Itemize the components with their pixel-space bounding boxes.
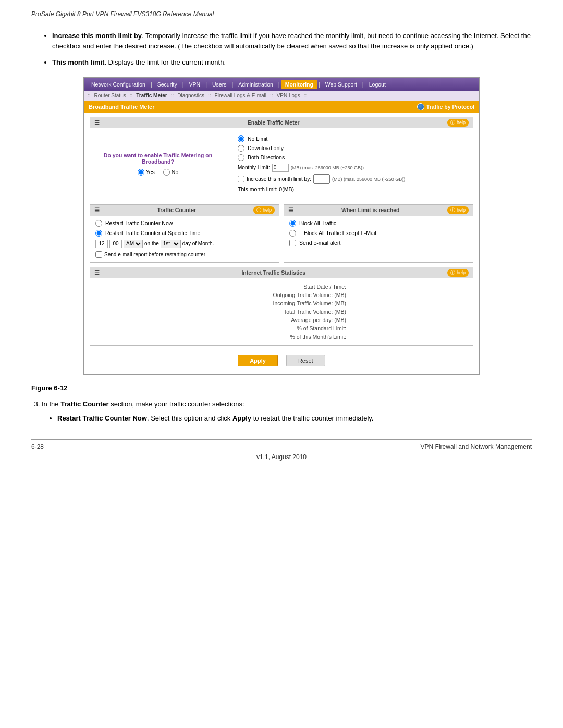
figure-label-text: Figure 6-12: [31, 384, 67, 392]
traffic-counter-header: ☰ Traffic Counter ⓘ help: [90, 205, 279, 216]
nav-monitoring[interactable]: Monitoring: [282, 80, 317, 89]
step3-rest: section, make your traffic counter selec…: [109, 400, 244, 408]
no-text: No: [172, 169, 178, 175]
traffic-counter-panel: ☰ Traffic Counter ⓘ help Restart Traffic…: [90, 204, 279, 263]
nav-administration[interactable]: Administration: [235, 80, 277, 89]
nav-web-support[interactable]: Web Support: [322, 80, 361, 89]
restart-now-label: Restart Traffic Counter Now: [105, 220, 173, 226]
nav-vpn[interactable]: VPN: [186, 80, 204, 89]
both-directions-radio[interactable]: [238, 154, 244, 161]
footer-center: v1.1, August 2010: [31, 453, 532, 461]
step3-bullet-rest: to restart the traffic counter immediate…: [251, 414, 373, 422]
subnav-router-status[interactable]: Router Status: [92, 92, 129, 100]
step3-bullet-bold2: Apply: [232, 414, 251, 422]
step-list: In the Traffic Counter section, make you…: [42, 399, 532, 424]
stats-header: ☰ Internet Traffic Statistics ⓘ help: [90, 267, 473, 278]
no-label[interactable]: No: [163, 169, 178, 176]
block-all-label: Block All Traffic: [299, 220, 336, 226]
block-except-email-option: Block All Traffic Except E-Mail: [289, 230, 468, 237]
restart-specific-radio[interactable]: [95, 230, 102, 237]
email-report-label: Send e-mail report before restarting cou…: [104, 252, 205, 257]
send-email-alert-label: Send e-mail alert: [299, 240, 340, 246]
stats-label-0: Start Date / Time:: [214, 283, 349, 290]
when-limit-help[interactable]: ⓘ help: [447, 206, 469, 214]
ampm-select[interactable]: AM PM: [124, 240, 143, 248]
stats-row-4: Average per day: (MB): [95, 316, 468, 324]
increase-checkbox[interactable]: [238, 176, 244, 182]
nav-network-config[interactable]: Network Configuration: [88, 80, 149, 89]
block-all-option: Block All Traffic: [289, 220, 468, 227]
stats-body: Start Date / Time: Outgoing Traffic Volu…: [90, 278, 473, 345]
yes-no-radio-row: Yes No: [138, 169, 179, 176]
right-link-label: Traffic by Protocol: [426, 104, 474, 110]
nav-security[interactable]: Security: [154, 80, 181, 89]
increase-input[interactable]: [313, 174, 330, 184]
no-limit-label: No Limit: [248, 135, 268, 142]
download-only-radio[interactable]: [238, 145, 244, 152]
enable-panel-icon: ☰: [94, 119, 100, 126]
yes-label[interactable]: Yes: [138, 169, 155, 176]
subnav-firewall-logs[interactable]: Firewall Logs & E-mail: [212, 92, 269, 100]
increase-row: Increase this month limit by: (MB) (mas.…: [238, 174, 468, 184]
no-radio[interactable]: [163, 169, 170, 176]
nav-logout[interactable]: Logout: [365, 80, 389, 89]
block-all-radio[interactable]: [289, 220, 296, 227]
block-except-email-radio[interactable]: [289, 230, 296, 237]
increase-note: (MB) (mas. 256000 MB (~250 GB)): [332, 177, 405, 182]
restart-specific-option: Restart Traffic Counter at Specific Time: [95, 230, 274, 237]
stats-row-3: Total Traffic Volume: (MB): [95, 307, 468, 316]
enable-panel-header: ☰ Enable Traffic Meter ⓘ help: [90, 117, 473, 128]
apply-button[interactable]: Apply: [238, 355, 278, 366]
send-email-alert-checkbox[interactable]: [289, 240, 296, 246]
bullet-item-1: Increase this month limit by. Temporaril…: [52, 31, 532, 51]
enable-left-col: Do you want to enable Traffic Metering o…: [95, 132, 221, 195]
step-3: In the Traffic Counter section, make you…: [42, 399, 532, 424]
stats-row-2: Incoming Traffic Volume: (MB): [95, 299, 468, 307]
stats-row-6: % of this Month's Limit:: [95, 332, 468, 341]
bullet-list: Increase this month limit by. Temporaril…: [47, 31, 532, 68]
restart-specific-label: Restart Traffic Counter at Specific Time: [105, 230, 200, 236]
day-select[interactable]: 1st 2nd 3rd: [161, 240, 181, 248]
divider: [229, 132, 229, 195]
subnav-diagnostics[interactable]: Diagnostics: [175, 92, 207, 100]
traffic-by-protocol-link[interactable]: Traffic by Protocol: [417, 103, 474, 110]
subnav-vpn-logs[interactable]: VPN Logs: [274, 92, 303, 100]
enable-panel-title: Enable Traffic Meter: [248, 119, 300, 126]
reset-button[interactable]: Reset: [286, 355, 325, 366]
email-report-checkbox[interactable]: [95, 251, 102, 258]
yes-radio[interactable]: [138, 169, 144, 176]
yes-text: Yes: [146, 169, 155, 175]
footer-right: VPN Firewall and Network Management: [421, 443, 532, 450]
no-limit-radio[interactable]: [238, 135, 244, 142]
question-line1: Do you want to enable Traffic Metering o…: [104, 152, 212, 158]
download-only-label: Download only: [248, 145, 284, 151]
page-title-bar: Broadband Traffic Meter Traffic by Proto…: [84, 101, 479, 113]
figure-label: Figure 6-12: [31, 384, 532, 392]
traffic-counter-title: Traffic Counter: [157, 207, 196, 213]
hour-input[interactable]: [95, 240, 108, 248]
traffic-counter-help[interactable]: ⓘ help: [253, 206, 275, 214]
footer-version: v1.1, August 2010: [256, 453, 307, 461]
header-title: ProSafe Gigabit 8 Port VPN Firewall FVS3…: [31, 10, 214, 18]
stats-label-1: Outgoing Traffic Volume: (MB): [214, 292, 349, 298]
enable-panel-help[interactable]: ⓘ help: [447, 119, 469, 127]
subnav-traffic-meter[interactable]: Traffic Meter: [133, 92, 169, 100]
monthly-limit-note: (MB) (mas. 256000 MB (~250 GB)): [291, 165, 364, 170]
monthly-limit-input[interactable]: [272, 164, 289, 172]
monthly-limit-row: Monthly Limit: (MB) (mas. 256000 MB (~25…: [238, 164, 468, 172]
restart-now-radio[interactable]: [95, 220, 102, 227]
minute-input[interactable]: [109, 240, 122, 248]
button-row: Apply Reset: [90, 350, 473, 369]
restart-now-option: Restart Traffic Counter Now: [95, 220, 274, 227]
when-limit-body: Block All Traffic Block All Traffic Exce…: [284, 216, 473, 254]
page-title: Broadband Traffic Meter: [89, 104, 155, 110]
page-footer: 6-28 VPN Firewall and Network Management: [31, 439, 532, 450]
stats-row-1: Outgoing Traffic Volume: (MB): [95, 291, 468, 299]
both-directions-label: Both Directions: [248, 154, 285, 161]
nav-users[interactable]: Users: [209, 80, 230, 89]
globe-icon: [417, 103, 424, 110]
stats-help[interactable]: ⓘ help: [447, 269, 469, 277]
on-label: on the: [144, 241, 159, 246]
question-line2: Broadband?: [142, 158, 174, 165]
when-limit-header: ☰ When Limit is reached ⓘ help: [284, 205, 473, 216]
